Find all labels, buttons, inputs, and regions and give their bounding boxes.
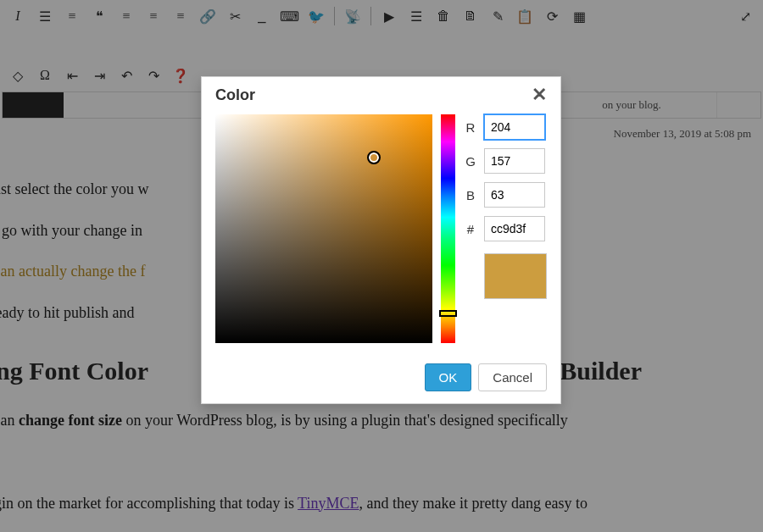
play-icon[interactable]: ▶ [378, 5, 400, 27]
ok-button[interactable]: OK [425, 363, 472, 391]
italic-icon[interactable]: I [7, 5, 29, 27]
dialog-body: R G B # [202, 114, 560, 355]
saturation-value-panel[interactable] [215, 114, 432, 343]
link-icon[interactable]: 🔗 [197, 5, 219, 27]
help-icon[interactable]: ❓ [170, 64, 192, 86]
page-icon[interactable]: 🗎 [459, 5, 482, 27]
keyboard-icon[interactable]: ⌨ [278, 5, 300, 27]
insert-more-icon[interactable]: ⎯ [251, 5, 273, 27]
b-label: B [464, 188, 477, 202]
omega-icon[interactable]: Ω [34, 64, 56, 86]
trash-icon[interactable]: 🗑 [432, 5, 454, 27]
paragraph: . [0, 449, 755, 475]
rgb-inputs: R G B # [464, 114, 547, 343]
indent-icon[interactable]: ⇥ [88, 64, 110, 86]
quote-icon[interactable]: ❝ [88, 5, 110, 27]
b-input[interactable] [484, 182, 545, 208]
eraser-icon[interactable]: ◇ [7, 64, 29, 86]
dialog-header: Color ✕ [202, 77, 560, 114]
rss-icon[interactable]: 📡 [342, 5, 364, 27]
number-list-icon[interactable]: ≡ [61, 5, 83, 27]
align-center-icon[interactable]: ≡ [142, 5, 164, 27]
info-right-text: on your blog. [547, 98, 716, 112]
date-text: November 13, 2019 at 5:08 pm [614, 127, 751, 141]
align-right-icon[interactable]: ≡ [170, 5, 192, 27]
hue-slider[interactable] [441, 114, 455, 343]
info-dark-cell [3, 92, 64, 118]
color-dialog: Color ✕ R G B # [201, 76, 561, 404]
color-swatch [484, 253, 547, 299]
menu-icon[interactable]: ☰ [405, 5, 427, 27]
history-icon[interactable]: ⟳ [541, 5, 563, 27]
hex-input[interactable] [484, 216, 545, 241]
expand-icon[interactable]: ⤢ [734, 5, 756, 27]
separator [370, 7, 371, 25]
toolbar-row-1: I ☰ ≡ ❝ ≡ ≡ ≡ 🔗 ✂ ⎯ ⌨ 🐦 📡 ▶ ☰ 🗑 🗎 ✎ 📋 ⟳ … [0, 0, 763, 32]
redo-icon[interactable]: ↷ [142, 64, 164, 86]
g-input[interactable] [484, 148, 545, 174]
r-label: R [464, 120, 477, 135]
paragraph: plugin on the market for accomplishing t… [0, 490, 755, 517]
grid-icon[interactable]: ▦ [568, 5, 590, 27]
cancel-button[interactable]: Cancel [478, 363, 547, 391]
hex-label: # [464, 222, 477, 236]
g-label: G [464, 154, 477, 169]
sv-cursor[interactable] [369, 152, 379, 163]
dialog-footer: OK Cancel [202, 355, 560, 403]
bullet-list-icon[interactable]: ☰ [34, 5, 56, 27]
hue-thumb[interactable] [439, 310, 457, 317]
dialog-title: Color [215, 86, 255, 104]
close-icon[interactable]: ✕ [532, 86, 547, 104]
undo-icon[interactable]: ↶ [115, 64, 137, 86]
outdent-icon[interactable]: ⇤ [61, 64, 83, 86]
edit-icon[interactable]: ✎ [487, 5, 509, 27]
align-left-icon[interactable]: ≡ [115, 5, 137, 27]
clipboard-icon[interactable]: 📋 [514, 5, 536, 27]
r-input[interactable] [484, 114, 545, 140]
unlink-icon[interactable]: ✂ [224, 5, 246, 27]
separator [334, 7, 335, 25]
tinymce-link[interactable]: TinyMCE [298, 495, 359, 512]
bird-icon[interactable]: 🐦 [305, 5, 327, 27]
paragraph: ou can change font size on your WordPres… [0, 407, 755, 434]
